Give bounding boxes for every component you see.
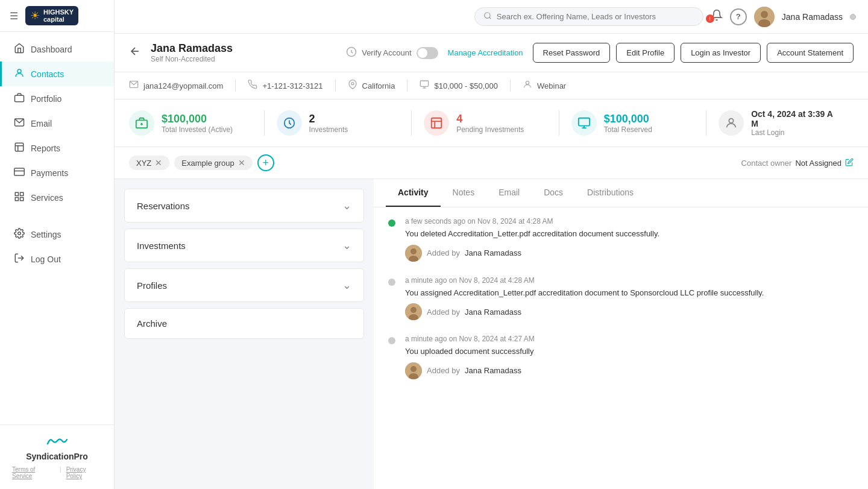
tag-example-group: Example group ✕ — [174, 156, 252, 170]
profiles-chevron-icon: ⌄ — [342, 279, 351, 292]
sidebar-item-email[interactable]: Email — [0, 111, 114, 136]
syndi-brand-text: SyndicationPro — [26, 452, 88, 461]
syndi-wave-icon — [46, 435, 68, 449]
sidebar-label-payments: Payments — [31, 168, 68, 178]
tab-docs[interactable]: Docs — [532, 179, 575, 207]
accordion-investments-header[interactable]: Investments ⌄ — [125, 229, 363, 262]
settings-icon — [14, 228, 25, 241]
page-content: Jana Ramadass Self Non-Accredited Verify… — [115, 34, 868, 489]
source-icon — [523, 80, 532, 92]
tag-example-group-remove[interactable]: ✕ — [238, 158, 245, 168]
tag-add-button[interactable]: + — [257, 154, 274, 171]
accordion-profiles: Profiles ⌄ — [124, 268, 364, 302]
profile-type: Self Non-Accredited — [151, 55, 336, 63]
stat-total-invested-text: $100,000 Total Invested (Active) — [162, 113, 233, 134]
account-statement-button[interactable]: Account Statement — [767, 43, 854, 63]
sidebar-label-reports: Reports — [31, 144, 60, 153]
left-panel: Reservations ⌄ Investments ⌄ Profiles — [115, 179, 374, 489]
activity-user-label-3: Added by — [427, 366, 460, 375]
info-email-value: jana124@yopmail.com — [143, 81, 223, 90]
reserved-value: $100,000 — [604, 113, 652, 125]
home-icon — [14, 43, 25, 55]
pending-label: Pending Investments — [456, 125, 524, 134]
svg-rect-11 — [20, 198, 24, 201]
accordion-profiles-header[interactable]: Profiles ⌄ — [125, 269, 363, 301]
total-invested-value: $100,000 — [162, 113, 233, 125]
sidebar-item-payments[interactable]: Payments — [0, 160, 114, 185]
activity-user-label-1: Added by — [427, 248, 460, 257]
activity-avatar-1 — [405, 245, 422, 262]
sidebar-item-services[interactable]: Services — [0, 185, 114, 210]
activity-item-2: a minute ago on Nov 8, 2024 at 4:28 AM Y… — [388, 276, 854, 321]
tab-activity[interactable]: Activity — [386, 179, 441, 207]
verify-block: Verify Account — [346, 46, 438, 60]
sidebar-item-settings[interactable]: Settings — [0, 222, 114, 247]
info-phone-value: +1-121-312-3121 — [262, 81, 322, 90]
stat-last-login: Oct 4, 2024 at 3:39 A M Last Login — [706, 109, 854, 137]
activity-user-name-3: Jana Ramadass — [465, 366, 521, 375]
right-panel: Activity Notes Email Docs Distributions … — [374, 179, 868, 489]
search-bar[interactable] — [474, 7, 703, 26]
stat-total-invested: $100,000 Total Invested (Active) — [129, 110, 265, 136]
svg-line-15 — [489, 17, 491, 19]
sidebar-item-portfolio[interactable]: Portfolio — [0, 86, 114, 111]
reset-password-button[interactable]: Reset Password — [533, 43, 611, 63]
edit-profile-button[interactable]: Edit Profile — [616, 43, 675, 63]
info-location: California — [336, 80, 408, 92]
hamburger-icon[interactable]: ☰ — [7, 8, 20, 24]
manage-accreditation-link[interactable]: Manage Accreditation — [448, 48, 523, 57]
tag-xyz-label: XYZ — [136, 159, 151, 168]
login-as-investor-button[interactable]: Login as Investor — [681, 43, 761, 63]
activity-text-3: You uploaded document successfully — [405, 345, 854, 358]
info-investment-range-value: $10,000 - $50,000 — [434, 81, 498, 90]
terms-link[interactable]: Terms of Service — [12, 466, 55, 479]
stat-pending: 4 Pending Investments — [412, 110, 559, 136]
tab-notes[interactable]: Notes — [441, 179, 487, 207]
main-content: ! ? Jana Ramadass Jana Ramadass Self Non… — [115, 0, 868, 489]
svg-rect-9 — [20, 192, 24, 195]
sidebar-item-logout[interactable]: Log Out — [0, 247, 114, 271]
logo-text-block: HIGHSKY capital — [43, 8, 74, 23]
pending-value: 4 — [456, 113, 524, 125]
investments-label: Investments — [309, 125, 348, 134]
contact-owner-edit-icon[interactable] — [845, 158, 854, 168]
back-button[interactable] — [129, 45, 141, 60]
svg-rect-8 — [15, 192, 18, 195]
payments-icon — [14, 166, 25, 179]
sidebar-item-dashboard[interactable]: Dashboard — [0, 37, 114, 62]
sections-layout: Reservations ⌄ Investments ⌄ Profiles — [115, 179, 868, 489]
stat-pending-text: 4 Pending Investments — [456, 113, 524, 134]
privacy-link[interactable]: Privacy Policy — [66, 466, 102, 479]
status-dot — [850, 14, 856, 20]
logo-text-line2: capital — [43, 16, 74, 23]
sidebar-item-contacts[interactable]: Contacts — [0, 62, 114, 86]
accordion-archive-header[interactable]: Archive — [125, 309, 363, 338]
svg-point-37 — [729, 119, 734, 123]
reservations-chevron-icon: ⌄ — [342, 199, 351, 212]
tags-bar: XYZ ✕ Example group ✕ + Contact owner No… — [115, 147, 868, 179]
activity-dot-1 — [388, 219, 395, 227]
help-icon[interactable]: ? — [730, 8, 747, 25]
last-login-label: Last Login — [751, 128, 841, 137]
sidebar-header: ☰ ☀ HIGHSKY capital — [0, 0, 114, 32]
accordion-reservations-label: Reservations — [137, 201, 190, 211]
investments-chevron-icon: ⌄ — [342, 239, 351, 252]
contacts-icon — [14, 68, 25, 80]
activity-user-label-2: Added by — [427, 308, 460, 317]
sidebar-label-contacts: Contacts — [31, 69, 64, 79]
activity-dot-2 — [388, 279, 395, 286]
logo: ☀ HIGHSKY capital — [25, 6, 78, 25]
accordion-reservations-header[interactable]: Reservations ⌄ — [125, 189, 363, 222]
tab-distributions[interactable]: Distributions — [575, 179, 646, 207]
tag-xyz: XYZ ✕ — [129, 156, 169, 170]
logout-icon — [14, 253, 25, 265]
verify-toggle[interactable] — [417, 47, 438, 59]
profile-header: Jana Ramadass Self Non-Accredited Verify… — [115, 34, 868, 72]
tab-email[interactable]: Email — [486, 179, 532, 207]
tag-xyz-remove[interactable]: ✕ — [155, 158, 162, 168]
sidebar-item-reports[interactable]: Reports — [0, 136, 114, 160]
reports-icon — [14, 142, 25, 154]
notification-icon[interactable]: ! — [711, 9, 723, 24]
email-icon — [14, 117, 25, 130]
search-input[interactable] — [497, 12, 694, 21]
